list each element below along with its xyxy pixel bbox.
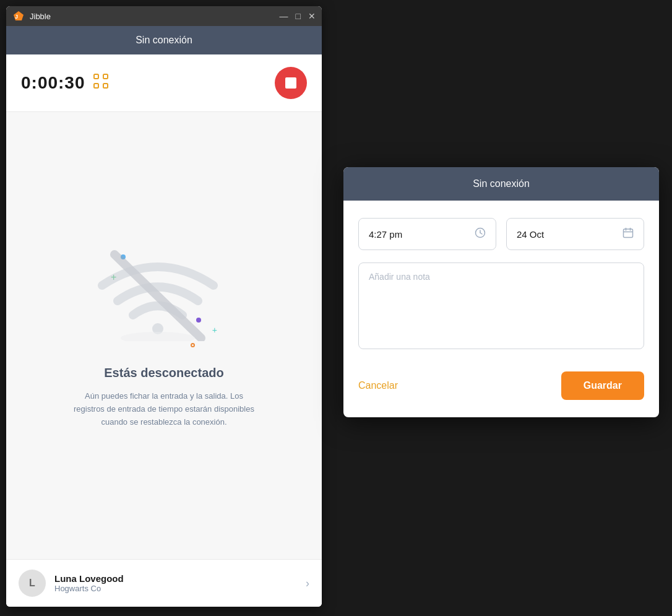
dot-orange <box>191 343 195 347</box>
plus-teal: + <box>212 325 217 335</box>
modal-title: Sin conexión <box>473 178 530 189</box>
date-field[interactable]: 24 Oct <box>506 218 644 250</box>
window-controls: — □ ✕ <box>280 12 316 20</box>
svg-rect-2 <box>94 74 98 79</box>
user-company: Hogwarts Co <box>54 584 297 593</box>
app-content: 0:00:30 + <box>6 54 322 559</box>
svg-rect-4 <box>103 74 108 79</box>
note-textarea[interactable] <box>358 262 644 349</box>
title-bar: J Jibble — □ ✕ <box>6 6 322 26</box>
svg-text:J: J <box>15 14 18 20</box>
modal-dialog: Sin conexión 4:27 pm 24 Oct <box>343 167 659 417</box>
clock-icon <box>475 227 486 241</box>
svg-line-11 <box>480 233 482 234</box>
minimize-button[interactable]: — <box>280 12 288 20</box>
timer-left: 0:00:30 <box>21 73 109 93</box>
scan-icon <box>93 73 109 93</box>
offline-illustration: + <box>6 112 322 559</box>
app-window: J Jibble — □ ✕ Sin conexión 0:00:30 <box>6 6 322 607</box>
maximize-button[interactable]: □ <box>296 12 301 20</box>
timer-section: 0:00:30 <box>6 54 322 112</box>
close-button[interactable]: ✕ <box>308 12 316 20</box>
app-title: Jibble <box>30 12 280 21</box>
svg-point-8 <box>121 332 195 341</box>
wifi-off-container: + <box>96 242 232 347</box>
chevron-right-icon: › <box>306 577 309 590</box>
timer-display: 0:00:30 <box>21 73 85 93</box>
stop-button[interactable] <box>275 67 307 99</box>
user-info: Luna Lovegood Hogwarts Co <box>54 573 297 593</box>
app-header: Sin conexión <box>6 26 322 54</box>
user-footer[interactable]: L Luna Lovegood Hogwarts Co › <box>6 559 322 607</box>
modal-header: Sin conexión <box>343 167 659 201</box>
cancel-button[interactable]: Cancelar <box>358 374 398 397</box>
modal-fields-row: 4:27 pm 24 Oct <box>358 218 644 250</box>
time-field[interactable]: 4:27 pm <box>358 218 496 250</box>
time-value: 4:27 pm <box>369 229 402 240</box>
offline-description: Aún puedes fichar la entrada y la salida… <box>71 390 257 428</box>
svg-rect-5 <box>103 84 108 88</box>
stop-icon <box>285 77 296 89</box>
calendar-icon <box>622 227 634 241</box>
jibble-logo: J <box>12 10 25 22</box>
wifi-off-icon <box>96 242 220 341</box>
save-button[interactable]: Guardar <box>561 371 644 400</box>
svg-rect-12 <box>624 229 633 238</box>
svg-rect-3 <box>94 84 98 88</box>
user-name: Luna Lovegood <box>54 573 297 584</box>
date-value: 24 Oct <box>517 229 544 240</box>
offline-title: Estás desconectado <box>104 366 223 380</box>
avatar: L <box>19 570 46 597</box>
modal-footer: Cancelar Guardar <box>343 367 659 417</box>
modal-body: 4:27 pm 24 Oct <box>343 201 659 367</box>
app-header-title: Sin conexión <box>136 35 192 45</box>
